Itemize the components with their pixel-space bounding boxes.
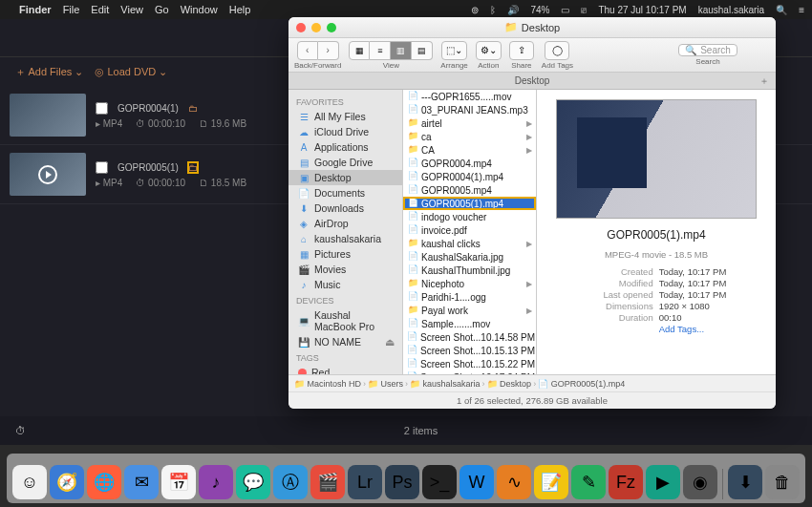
- back-forward-buttons[interactable]: ‹ ›: [297, 41, 339, 60]
- sidebar-device[interactable]: 💾NO NAME⏏: [288, 334, 402, 349]
- sidebar-item[interactable]: ♪Music: [288, 277, 402, 292]
- tab-desktop[interactable]: Desktop: [296, 75, 768, 86]
- dock-app[interactable]: Fz: [609, 465, 643, 499]
- load-dvd-button[interactable]: ◎ Load DVD ⌄: [95, 66, 167, 78]
- bluetooth-icon[interactable]: ᛒ: [490, 5, 496, 15]
- sidebar-item[interactable]: AApplications: [288, 139, 402, 155]
- file-item[interactable]: 📄GOPR0004.mp4: [403, 157, 536, 170]
- alarm-icon[interactable]: ⏱: [15, 425, 26, 436]
- path-segment[interactable]: 📁 kaushalsakaria: [410, 379, 481, 389]
- sidebar-tag[interactable]: Red: [288, 365, 402, 374]
- menu-go[interactable]: Go: [155, 4, 169, 15]
- add-tags-button[interactable]: ◯: [545, 41, 569, 60]
- new-tab-button[interactable]: ＋: [757, 74, 772, 88]
- back-button[interactable]: ‹: [297, 41, 318, 60]
- view-switcher[interactable]: ▦ ≡ ▥ ▤: [349, 41, 433, 60]
- dock-app[interactable]: ✎: [571, 465, 606, 499]
- file-item[interactable]: 📄03_PURANI JEANS.mp3: [403, 103, 536, 116]
- dock-app[interactable]: ▶: [646, 465, 680, 499]
- add-files-button[interactable]: ＋ Add Files ⌄: [15, 65, 83, 79]
- file-item[interactable]: 📁ca▶: [403, 130, 536, 143]
- file-item[interactable]: 📄KaushalSakaria.jpg: [403, 250, 536, 264]
- menu-edit[interactable]: Edit: [91, 4, 109, 15]
- dock-app[interactable]: 📅: [161, 465, 196, 499]
- share-button[interactable]: ⇪: [509, 41, 534, 60]
- sidebar-item[interactable]: ⬇Downloads: [288, 201, 402, 216]
- icon-view-button[interactable]: ▦: [349, 41, 370, 60]
- dock-app[interactable]: 🗑: [765, 465, 800, 499]
- menu-file[interactable]: File: [63, 4, 80, 15]
- path-segment[interactable]: 📁 Macintosh HD: [294, 379, 361, 389]
- battery-percent[interactable]: 74%: [530, 5, 549, 15]
- arrange-button[interactable]: ⬚⌄: [441, 41, 467, 60]
- column-view-button[interactable]: ▥: [391, 41, 412, 60]
- dock-app[interactable]: Lr: [348, 465, 382, 499]
- dock-app[interactable]: Ⓐ: [273, 465, 308, 499]
- wifi-icon[interactable]: ⊚: [471, 5, 479, 15]
- minimize-button[interactable]: [311, 23, 321, 32]
- search-field[interactable]: 🔍Search: [678, 44, 737, 56]
- zoom-button[interactable]: [327, 23, 336, 32]
- dock-app[interactable]: ☺: [12, 465, 47, 499]
- output-folder-icon[interactable]: 🗀: [188, 103, 198, 114]
- close-button[interactable]: [296, 23, 306, 32]
- dock-app[interactable]: W: [459, 465, 494, 499]
- forward-button[interactable]: ›: [318, 41, 339, 60]
- dock-app[interactable]: >_: [422, 465, 457, 499]
- dock-app[interactable]: ✉: [124, 465, 159, 499]
- sidebar-item[interactable]: ▤Google Drive: [288, 155, 402, 170]
- file-item[interactable]: 📁Payal work▶: [403, 304, 536, 317]
- file-item[interactable]: 📄indogo voucher: [403, 210, 536, 223]
- volume-icon[interactable]: 🔊: [507, 5, 519, 15]
- sidebar-item[interactable]: 🎬Movies: [288, 262, 402, 277]
- file-item[interactable]: 📄Screen Shot...10.14.58 PM: [403, 330, 536, 344]
- menu-view[interactable]: View: [120, 4, 143, 15]
- add-tags-link[interactable]: Add Tags...: [659, 324, 704, 334]
- dock-app[interactable]: 🎬: [310, 465, 345, 499]
- list-view-button[interactable]: ≡: [370, 41, 391, 60]
- action-button[interactable]: ⚙⌄: [476, 41, 502, 60]
- dock-app[interactable]: ◉: [683, 465, 717, 499]
- file-item[interactable]: 📄KaushalThumbnil.jpg: [403, 264, 536, 277]
- file-item[interactable]: 📄Paridhi-1....ogg: [403, 290, 536, 304]
- path-segment[interactable]: 📁 Users: [368, 379, 403, 389]
- dock-app[interactable]: Ps: [385, 465, 419, 499]
- file-item[interactable]: 📄GOPR0005.mp4: [403, 183, 536, 197]
- sidebar-device[interactable]: 💻Kaushal MacBook Pro: [288, 307, 402, 334]
- dock-app[interactable]: ♪: [199, 465, 233, 499]
- path-segment[interactable]: 📄 GOPR0005(1).mp4: [538, 379, 625, 389]
- file-item[interactable]: 📁airtel▶: [403, 116, 536, 130]
- dock-app[interactable]: ⬇: [728, 465, 762, 499]
- file-item[interactable]: 📄Screen Shot...10.15.13 PM: [403, 344, 536, 357]
- sidebar-item[interactable]: ⌂kaushalsakaria: [288, 231, 402, 246]
- menu-window[interactable]: Window: [181, 4, 218, 15]
- path-segment[interactable]: 📁 Desktop: [487, 379, 532, 389]
- dock-app[interactable]: 💬: [236, 465, 270, 499]
- dock-app[interactable]: 🧭: [50, 465, 84, 499]
- file-item[interactable]: 📄invoice.pdf: [403, 223, 536, 237]
- file-checkbox[interactable]: [96, 161, 108, 174]
- eject-icon[interactable]: ⏏: [385, 336, 395, 348]
- path-bar[interactable]: 📁 Macintosh HD›📁 Users›📁 kaushalsakaria›…: [288, 374, 776, 391]
- file-item[interactable]: 📄GOPR0005(1).mp4: [403, 197, 536, 210]
- sidebar-item[interactable]: 📄Documents: [288, 185, 402, 201]
- file-item[interactable]: 📄Sample.......mov: [403, 317, 536, 330]
- output-folder-icon[interactable]: 🗀: [188, 162, 198, 173]
- dock-app[interactable]: ∿: [497, 465, 531, 499]
- play-icon[interactable]: [38, 165, 57, 184]
- file-item[interactable]: 📄Screen Shot...10.15.22 PM: [403, 357, 536, 370]
- screencast-icon[interactable]: ⎚: [581, 5, 587, 15]
- file-item[interactable]: 📁CA▶: [403, 143, 536, 157]
- sidebar-item[interactable]: ◈AirDrop: [288, 216, 402, 231]
- file-item[interactable]: 📄---GOPR1655.....mov: [403, 90, 536, 103]
- dock-app[interactable]: 🌐: [87, 465, 121, 499]
- finder-titlebar[interactable]: 📁Desktop: [288, 17, 776, 38]
- file-checkbox[interactable]: [96, 102, 108, 115]
- clock[interactable]: Thu 27 Jul 10:17 PM: [598, 5, 686, 15]
- user-name[interactable]: kaushal.sakaria: [698, 5, 764, 15]
- spotlight-icon[interactable]: 🔍: [776, 5, 787, 15]
- dock-app[interactable]: 📝: [534, 465, 568, 499]
- sidebar-item[interactable]: ☰All My Files: [288, 109, 402, 124]
- gallery-view-button[interactable]: ▤: [412, 41, 433, 60]
- app-name[interactable]: Finder: [19, 4, 52, 15]
